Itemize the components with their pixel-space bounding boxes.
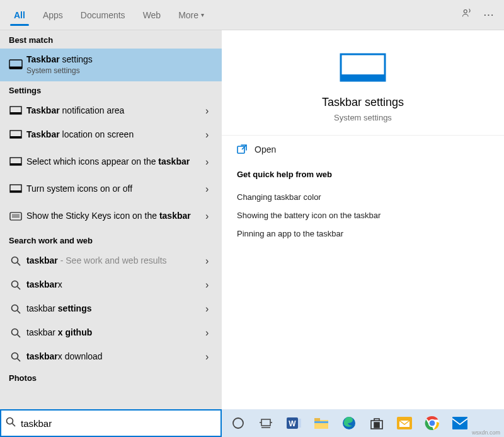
svg-point-18 [12,305,18,312]
chevron-down-icon: ▾ [201,11,204,18]
result-title-bold: Taskbar [26,54,60,64]
svg-rect-42 [374,422,376,424]
svg-point-20 [12,329,18,335]
chrome-app-icon[interactable] [418,409,446,437]
chevron-right-icon: › [205,105,215,117]
svg-rect-2 [9,67,22,69]
chevron-right-icon: › [205,184,215,195]
svg-point-29 [233,418,243,428]
settings-result[interactable]: Taskbar notification area › [0,99,222,123]
open-icon [237,144,247,154]
settings-result[interactable]: Taskbar location on screen › [0,123,222,147]
more-options-icon[interactable]: ⋯ [478,8,499,21]
svg-point-27 [7,418,13,424]
search-box[interactable] [0,409,222,437]
section-settings: Settings [0,81,222,99]
search-icon [1,417,21,429]
svg-rect-10 [10,190,21,192]
search-icon [8,352,24,362]
tab-label: More [178,10,198,20]
preview-title: Taskbar settings [228,96,498,109]
chevron-right-icon: › [205,303,215,315]
chevron-right-icon: › [205,255,215,267]
svg-rect-38 [314,418,320,421]
tab-documents[interactable]: Documents [72,0,134,30]
svg-line-17 [18,287,21,290]
result-subtitle: System settings [26,66,212,76]
tab-label: Apps [43,10,63,20]
search-scope-tabs: All Apps Documents Web More▾ ⋯ [0,0,504,30]
watermark: wsxdn.com [472,429,500,436]
best-match-result[interactable]: Taskbar settings System settings [0,49,222,81]
keyboard-icon [8,212,24,221]
svg-point-16 [12,281,18,288]
monitor-icon [8,59,24,71]
cortana-icon[interactable] [224,409,252,437]
web-result[interactable]: taskbarx › [0,273,222,297]
web-result[interactable]: taskbar - See work and web results › [0,249,222,273]
web-result[interactable]: taskbar x github › [0,321,222,345]
search-input[interactable] [21,418,220,429]
chevron-right-icon: › [205,156,215,168]
svg-line-28 [13,424,16,427]
edge-app-icon[interactable] [335,409,363,437]
search-icon [8,304,24,314]
chevron-right-icon: › [205,327,215,339]
svg-line-23 [18,359,21,362]
svg-rect-30 [261,419,270,426]
svg-rect-45 [377,426,379,428]
word-app-icon[interactable]: W [280,409,307,437]
outlook-app-icon[interactable] [391,409,418,437]
svg-rect-11 [10,213,21,220]
mail-app-icon[interactable] [446,409,474,437]
store-app-icon[interactable] [363,409,391,437]
open-label: Open [255,144,276,154]
help-link[interactable]: Showing the battery icon on the taskbar [237,206,489,224]
search-icon [8,280,24,290]
help-link[interactable]: Changing taskbar color [237,188,489,206]
svg-point-0 [464,10,467,13]
svg-rect-44 [374,426,376,428]
svg-line-21 [18,335,21,338]
web-result[interactable]: taskbar settings › [0,297,222,321]
svg-rect-51 [452,417,467,429]
tab-label: Web [143,10,161,20]
settings-result[interactable]: Turn system icons on or off › [0,177,222,201]
chevron-right-icon: › [205,351,215,363]
svg-line-15 [18,263,21,266]
chevron-right-icon: › [205,129,215,141]
tab-all[interactable]: All [5,0,34,30]
svg-rect-6 [10,136,21,138]
monitor-icon [8,106,24,116]
taskbar-settings-icon [337,53,389,84]
tab-more[interactable]: More▾ [169,0,213,30]
open-action[interactable]: Open [222,136,504,163]
web-result[interactable]: taskbarx download › [0,345,222,369]
help-link[interactable]: Pinning an app to the taskbar [237,224,489,243]
svg-point-49 [430,421,435,426]
help-header: Get quick help from web [237,170,489,179]
svg-rect-4 [10,112,21,114]
preview-subtitle: System settings [228,113,498,122]
task-view-icon[interactable] [252,409,280,437]
tab-web[interactable]: Web [134,0,170,30]
svg-point-14 [12,257,18,264]
file-explorer-icon[interactable] [307,409,335,437]
taskbar: W [0,409,504,437]
svg-rect-36 [298,419,301,428]
svg-rect-39 [314,421,328,423]
svg-point-22 [12,353,18,359]
section-search-web: Search work and web [0,231,222,249]
feedback-icon[interactable] [456,8,478,22]
section-best-match: Best match [0,30,222,49]
chevron-right-icon: › [205,279,215,291]
settings-result[interactable]: Select which icons appear on the taskbar… [0,147,222,177]
preview-pane: Taskbar settings System settings Open Ge… [222,30,504,409]
tab-apps[interactable]: Apps [34,0,72,30]
settings-result[interactable]: Show the Sticky Keys icon on the taskbar… [0,201,222,231]
monitor-icon [8,184,24,194]
results-pane: Best match Taskbar settings System setti… [0,30,222,409]
result-title-rest: settings [60,54,93,64]
section-photos: Photos [0,369,222,387]
monitor-icon [8,157,24,167]
